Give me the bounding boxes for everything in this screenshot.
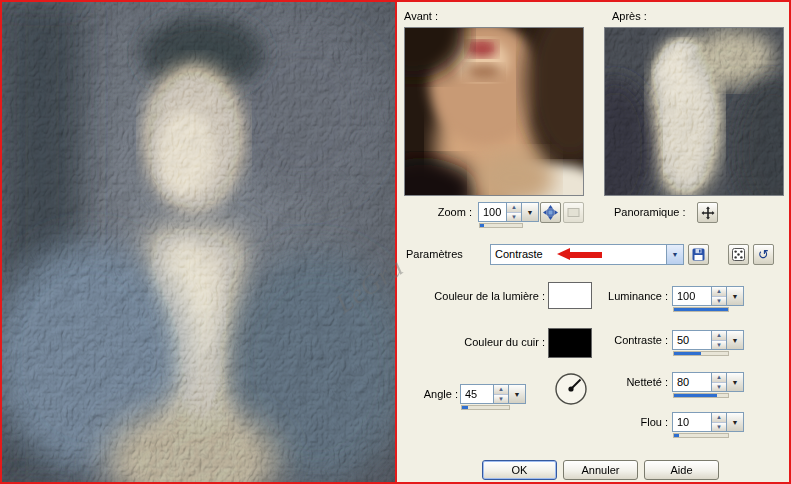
contrast-input[interactable]: 50	[672, 330, 712, 350]
angle-spin-up-icon[interactable]: ▲	[494, 385, 508, 394]
contrast-control: 50 ▲ ▼ ▼	[672, 330, 744, 357]
contrast-spin-down-icon[interactable]: ▼	[712, 340, 726, 350]
sharpness-slider-button[interactable]: ▼	[727, 372, 744, 392]
blur-value-bar	[673, 433, 729, 438]
luminance-control: 100 ▲ ▼ ▼	[672, 286, 744, 313]
zoom-spinner: ▲ ▼	[507, 202, 522, 222]
angle-slider-button[interactable]: ▼	[509, 384, 526, 404]
sharpness-spinner: ▲ ▼	[712, 372, 727, 392]
angle-dial[interactable]	[552, 370, 590, 408]
after-preview-image[interactable]	[604, 27, 784, 196]
light-color-swatch[interactable]	[548, 282, 592, 309]
luminance-input[interactable]: 100	[672, 286, 712, 306]
actual-size-icon	[567, 206, 580, 219]
zoom-value-bar	[479, 223, 523, 228]
luminance-spin-down-icon[interactable]: ▼	[712, 296, 726, 306]
zoom-label: Zoom :	[438, 206, 472, 218]
help-button[interactable]: Aide	[644, 460, 719, 480]
effect-dialog: Avant : Après :	[397, 2, 789, 482]
contrast-value-bar	[673, 351, 729, 356]
after-texture	[605, 28, 783, 195]
contrast-slider-button[interactable]: ▼	[727, 330, 744, 350]
navigate-preview-button[interactable]	[540, 202, 561, 223]
angle-spinner: ▲ ▼	[494, 384, 509, 404]
angle-spin-down-icon[interactable]: ▼	[494, 394, 508, 404]
reset-button[interactable]: ↺	[753, 244, 774, 265]
luminance-spin-up-icon[interactable]: ▲	[712, 287, 726, 296]
sharpness-spin-up-icon[interactable]: ▲	[712, 373, 726, 382]
light-color-label: Couleur de la lumière :	[434, 290, 545, 302]
angle-dial-icon	[552, 370, 590, 408]
leather-color-label: Couleur du cuir :	[464, 336, 545, 348]
blur-label: Flou :	[640, 416, 668, 428]
zoom-spin-down-icon[interactable]: ▼	[507, 212, 521, 222]
blur-slider-button[interactable]: ▼	[727, 412, 744, 432]
pan-icon	[701, 206, 715, 220]
blur-spinner: ▲ ▼	[712, 412, 727, 432]
sharpness-value-bar	[673, 393, 729, 398]
contrast-label: Contraste :	[614, 334, 668, 346]
blur-spin-down-icon[interactable]: ▼	[712, 422, 726, 432]
screenshot-root: Avant : Après :	[0, 0, 791, 484]
zoom-slider-button[interactable]: ▼	[522, 202, 539, 222]
dice-icon	[732, 248, 745, 261]
navigate-icon	[543, 205, 558, 220]
sharpness-spin-down-icon[interactable]: ▼	[712, 382, 726, 392]
after-label: Après :	[612, 10, 647, 22]
angle-label: Angle :	[424, 388, 458, 400]
angle-control: 45 ▲ ▼ ▼	[460, 384, 526, 411]
blur-input[interactable]: 10	[672, 412, 712, 432]
angle-input[interactable]: 45	[460, 384, 494, 404]
save-icon	[692, 248, 705, 261]
luminance-label: Luminance :	[608, 290, 668, 302]
textured-portrait-image	[2, 2, 395, 482]
actual-size-button[interactable]	[563, 202, 584, 223]
leather-color-swatch[interactable]	[548, 328, 592, 358]
sharpness-label: Netteté :	[626, 376, 668, 388]
presets-label: Paramètres	[406, 248, 463, 260]
cancel-button[interactable]: Annuler	[563, 460, 638, 480]
sharpness-control: 80 ▲ ▼ ▼	[672, 372, 744, 399]
reset-icon: ↺	[758, 248, 769, 261]
main-canvas	[2, 2, 397, 482]
luminance-slider-button[interactable]: ▼	[727, 286, 744, 306]
ok-button[interactable]: OK	[482, 460, 557, 480]
annotation-arrow-icon	[557, 248, 603, 261]
blur-control: 10 ▲ ▼ ▼	[672, 412, 744, 439]
luminance-value-bar	[673, 307, 729, 312]
zoom-control: 100 ▲ ▼ ▼	[478, 202, 539, 229]
contrast-spin-up-icon[interactable]: ▲	[712, 331, 726, 340]
before-painting	[405, 28, 583, 195]
before-label: Avant :	[404, 10, 438, 22]
sharpness-input[interactable]: 80	[672, 372, 712, 392]
save-preset-button[interactable]	[688, 244, 709, 265]
randomize-button[interactable]	[728, 244, 749, 265]
pan-label: Panoramique :	[614, 206, 686, 218]
pan-button[interactable]	[697, 202, 718, 223]
contrast-spinner: ▲ ▼	[712, 330, 727, 350]
zoom-spin-up-icon[interactable]: ▲	[507, 203, 521, 212]
presets-dropdown-arrow-icon[interactable]: ▼	[666, 245, 683, 264]
luminance-spinner: ▲ ▼	[712, 286, 727, 306]
angle-value-bar	[461, 405, 510, 410]
before-preview-image[interactable]	[404, 27, 584, 196]
blur-spin-up-icon[interactable]: ▲	[712, 413, 726, 422]
zoom-input[interactable]: 100	[478, 202, 507, 222]
